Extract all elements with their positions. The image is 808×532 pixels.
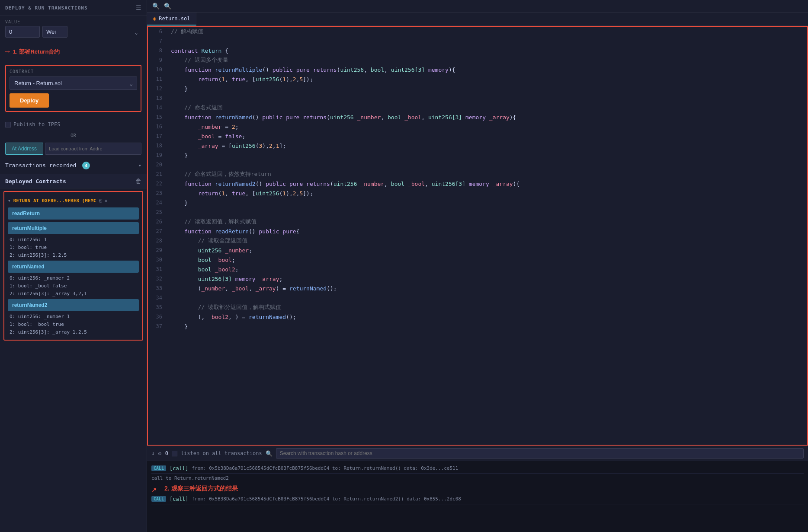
line-number: 6 [148,27,167,36]
code-row: 29 uint256 _number; [148,245,807,255]
code-line-content: _number = 2; [167,122,807,131]
console-message-1-wrapper: call to Return.returnNamed2 ↗ 2. 观察三种返回方… [151,474,804,494]
method-read-return[interactable]: readReturn [8,207,139,220]
console-search-icon[interactable]: 🔍 [266,450,273,457]
console-listen-label: listen on all transactions [181,450,262,456]
console-search-input[interactable] [276,448,804,459]
line-number: 12 [148,84,167,93]
return-multiple-result-2: 2: uint256[3]: 1,2,5 [8,252,139,259]
code-row: 28 // 读取全部返回值 [148,236,807,245]
code-line-content [167,93,807,103]
method-return-named[interactable]: returnNamed [8,261,139,273]
line-number: 26 [148,217,167,226]
call-type-0: [call] [170,465,188,471]
line-number: 32 [148,274,167,284]
line-number: 22 [148,179,167,188]
wei-select-wrapper: Wei Gwei Finney Ether [42,26,141,38]
panel-menu-icon[interactable]: ☰ [136,4,141,11]
line-number: 21 [148,169,167,179]
deploy-button[interactable]: Deploy [10,93,49,108]
line-number: 24 [148,198,167,207]
code-line-content [167,36,807,46]
transactions-row[interactable]: Transactions recorded 4 ▾ [0,157,147,174]
console-toolbar: ⬇ ⊘ 0 listen on all transactions 🔍 [147,446,808,461]
zoom-out-icon[interactable]: 🔍 [164,3,171,10]
value-input[interactable] [5,26,40,38]
code-row: 34 [148,293,807,303]
code-row: 14 // 命名式返回 [148,103,807,112]
code-row: 6 // 解构赋值 [148,27,807,36]
zoom-in-icon[interactable]: 🔍 [152,3,160,10]
call-badge-0: CALL [151,465,166,471]
panel-title: DEPLOY & RUN TRANSACTIONS [5,5,88,11]
close-contract-icon[interactable]: ✕ [105,198,108,204]
line-number: 25 [148,207,167,217]
code-line-content [167,160,807,169]
code-table: 6 // 解构赋值 7 8 contract Return { 9 // 返回多… [148,27,807,331]
editor-toolbar: 🔍 🔍 [147,0,808,13]
line-number: 30 [148,255,167,264]
call-type-2: [call] [170,496,188,502]
annotation2-arrow: ↗ [151,484,157,494]
panel-header: DEPLOY & RUN TRANSACTIONS ☰ [0,0,147,16]
method-return-named2[interactable]: returnNamed2 [8,299,139,311]
code-line-content: function returnMultiple() public pure re… [167,65,807,74]
code-line-content: _array = [uint256(3),2,1]; [167,141,807,150]
method-return-multiple[interactable]: returnMultiple [8,222,139,234]
code-row: 13 [148,93,807,103]
console-message-0: CALL [call] from: 0x5b38Da6a701c568545dC… [151,464,804,474]
publish-row: Publish to IPFS [0,118,147,131]
console-checkbox[interactable] [172,451,177,456]
at-address-button[interactable]: At Address [5,143,43,155]
line-number: 23 [148,188,167,198]
console-down-icon[interactable]: ⬇ [151,450,155,457]
code-line-content: function returnNamed() public pure retur… [167,112,807,122]
code-line-content [167,207,807,217]
transactions-chevron: ▾ [138,162,141,169]
code-row: 9 // 返回多个变量 [148,55,807,65]
console-no-icon[interactable]: ⊘ [158,450,162,457]
code-row: 25 [148,207,807,217]
code-row: 35 // 读取部分返回值，解构式赋值 [148,303,807,312]
trash-icon[interactable]: 🗑 [135,178,141,185]
call-detail-1: call to Return.returnNamed2 [151,475,229,481]
transactions-label: Transactions recorded 4 [5,162,90,169]
value-section: VALUE Wei Gwei Finney Ether [0,16,147,45]
line-number: 28 [148,236,167,245]
code-row: 20 [148,160,807,169]
code-container[interactable]: 6 // 解构赋值 7 8 contract Return { 9 // 返回多… [147,26,808,446]
line-number: 13 [148,93,167,103]
deployed-contracts-label: Deployed Contracts [5,178,66,185]
deployed-section: ▾ RETURN AT 0XF8E...9FBE8 (MEMC ⎘ ✕ read… [3,191,143,341]
copy-icon[interactable]: ⎘ [99,198,102,204]
right-panel: 🔍 🔍 ◉ Return.sol 6 // 解构赋值 7 8 contract … [147,0,808,532]
value-row: Wei Gwei Finney Ether [5,26,141,38]
wei-select[interactable]: Wei Gwei Finney Ether [42,26,67,38]
code-row: 11 return(1, true, [uint256(1),2,5]); [148,74,807,84]
code-line-content: } [167,322,807,331]
line-number: 18 [148,141,167,150]
code-line-content: } [167,150,807,160]
annotation-2-row: ↗ 2. 观察三种返回方式的结果 [151,483,804,494]
return-multiple-result-1: 1: bool: true [8,244,139,251]
contract-select[interactable]: Return - Return.sol [10,76,137,90]
code-line-content: // 返回多个变量 [167,55,807,65]
line-number: 29 [148,245,167,255]
publish-checkbox[interactable] [5,122,11,127]
line-number: 9 [148,55,167,65]
code-line-content: (_number, _bool, _array) = returnNamed()… [167,284,807,293]
tab-icon: ◉ [153,16,156,22]
expand-arrow[interactable]: ▾ [8,198,11,204]
line-number: 15 [148,112,167,122]
tab-return-sol[interactable]: ◉ Return.sol [147,13,196,25]
code-line-content: function readReturn() public pure{ [167,226,807,236]
code-row: 23 return(1, true, [uint256(1),2,5]); [148,188,807,198]
code-line-content: // 读取部分返回值，解构式赋值 [167,303,807,312]
call-badge-2: CALL [151,496,166,502]
contract-instance-header: ▾ RETURN AT 0XF8E...9FBE8 (MEMC ⎘ ✕ [8,195,139,206]
code-line-content: // 命名式返回 [167,103,807,112]
code-row: 17 _bool = false; [148,131,807,141]
at-address-input[interactable] [45,143,141,155]
code-row: 18 _array = [uint256(3),2,1]; [148,141,807,150]
code-line-content: function returnNamed2() public pure retu… [167,179,807,188]
